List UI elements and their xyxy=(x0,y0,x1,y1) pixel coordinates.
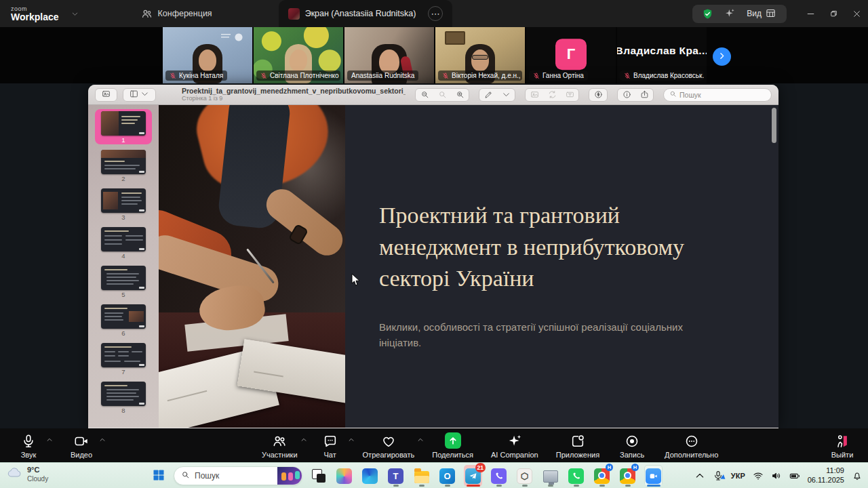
taskbar-icon-copilot[interactable] xyxy=(335,465,353,487)
participants-chevron-icon[interactable] xyxy=(300,435,307,445)
microphone-in-use-icon[interactable] xyxy=(713,470,724,481)
video-chevron-icon[interactable] xyxy=(99,435,106,445)
pdf-scrollbar-thumb[interactable] xyxy=(772,108,776,143)
shared-screen-area: Proektnij_ta_grantovij_menedzhment_v_nep… xyxy=(0,83,868,428)
taskbar-weather-widget[interactable]: 9°C Cloudy xyxy=(7,465,48,484)
audio-chevron-icon[interactable] xyxy=(46,435,53,445)
zoom-reset-button[interactable] xyxy=(433,89,451,101)
taskbar-icon-explorer[interactable] xyxy=(412,465,431,487)
maximize-button[interactable] xyxy=(822,0,845,27)
zoom-in-button[interactable] xyxy=(451,89,469,101)
notification-badge: 21 xyxy=(475,463,486,472)
pdf-thumbnail-page-2[interactable]: 2 xyxy=(95,148,152,183)
cloud-icon xyxy=(7,465,23,484)
notifications-icon[interactable] xyxy=(852,470,863,481)
running-indicator xyxy=(467,485,480,487)
markup-pencil-button[interactable] xyxy=(479,89,497,101)
textbox-tool-icon[interactable] xyxy=(561,89,578,101)
tab-screen-share[interactable]: Экран (Anastasiia Rudnitska) ⋯ xyxy=(279,0,453,27)
participant-tile-6[interactable]: Владислав Кра...Владислав Красовськ... xyxy=(617,27,707,83)
taskbar-icon-viber[interactable] xyxy=(490,465,508,487)
taskbar-icon-whatsapp[interactable] xyxy=(567,465,585,487)
taskbar-search[interactable]: Пошук xyxy=(174,466,302,485)
pdf-scrollbar[interactable] xyxy=(772,108,776,406)
running-indicator xyxy=(599,485,605,487)
next-participants-button[interactable] xyxy=(713,47,731,66)
react-button[interactable]: Отреагировать xyxy=(363,432,415,459)
markup-toolbar-toggle-icon[interactable] xyxy=(589,89,607,101)
pdf-thumbnail-page-4[interactable]: 4 xyxy=(95,225,152,260)
pdf-thumbnail-page-5[interactable]: 5 xyxy=(95,264,152,299)
participant-name-label: Anastasiia Rudnitska xyxy=(347,70,418,81)
sidebar-toggle-button[interactable] xyxy=(123,88,156,102)
status-pill: Вид xyxy=(692,5,787,23)
ai-button[interactable]: AI Companion xyxy=(491,432,538,459)
taskbar-icon-telegram[interactable]: 21 xyxy=(464,465,482,487)
react-chevron-icon[interactable] xyxy=(417,435,424,445)
participant-tile-3[interactable]: Anastasiia Rudnitska xyxy=(344,27,434,83)
avatar: Г xyxy=(555,39,587,70)
info-button[interactable] xyxy=(618,89,635,101)
workspace-chevron-down-icon[interactable] xyxy=(71,10,79,18)
audio-button[interactable]: Звук xyxy=(14,432,43,459)
language-indicator[interactable]: УКР xyxy=(731,472,745,480)
taskbar-icon-chatgpt[interactable]: ⬡ xyxy=(515,465,534,487)
weather-condition: Cloudy xyxy=(27,475,48,483)
share-export-button[interactable] xyxy=(635,89,653,101)
battery-icon[interactable] xyxy=(789,470,800,481)
minimize-button[interactable] xyxy=(799,0,822,27)
search-placeholder: Пошук xyxy=(679,91,701,99)
share-button[interactable]: Поделиться xyxy=(432,432,473,459)
taskbar-icon-pc-app[interactable] xyxy=(541,465,559,487)
pdf-thumbnail-page-3[interactable]: 3 xyxy=(95,186,152,222)
react-label: Отреагировать xyxy=(363,451,415,459)
view-control[interactable]: Вид xyxy=(747,8,777,20)
tab-more-icon[interactable]: ⋯ xyxy=(428,6,443,21)
pdf-toolbar: Proektnij_ta_grantovij_menedzhment_v_nep… xyxy=(88,85,778,105)
pdf-thumbnail-page-1[interactable]: 1 xyxy=(95,109,152,144)
taskbar-icon-teams[interactable]: T xyxy=(387,465,405,487)
security-shield-icon[interactable] xyxy=(702,8,713,20)
chat-button[interactable]: Чат xyxy=(315,432,345,459)
pdf-thumbnail-page-8[interactable]: 8 xyxy=(95,380,152,415)
volume-icon[interactable] xyxy=(771,470,782,481)
tab-conference[interactable]: Конференция xyxy=(132,0,222,27)
hidden-icons-chevron[interactable] xyxy=(694,470,705,481)
gallery-view-button[interactable] xyxy=(95,88,117,102)
taskbar-icon-chrome-profile-2[interactable]: H xyxy=(618,465,637,487)
participant-tile-1[interactable]: Кукіна Наталя xyxy=(163,27,252,83)
apps-button[interactable]: Приложения xyxy=(556,432,599,459)
taskbar-icon-outlook[interactable]: O xyxy=(438,465,456,487)
participants-button[interactable]: Участники xyxy=(262,432,298,459)
record-button[interactable]: Запись xyxy=(617,432,647,459)
react-icon xyxy=(381,432,396,450)
leave-button[interactable]: Выйти xyxy=(827,432,857,459)
more-button[interactable]: Дополнительно xyxy=(665,432,718,459)
ai-sparkle-icon[interactable] xyxy=(724,8,736,20)
mouse-cursor xyxy=(351,273,360,286)
taskbar-icon-zoom[interactable] xyxy=(644,465,663,487)
rotate-tool-icon[interactable] xyxy=(543,89,561,101)
taskbar-clock[interactable]: 11:09 06.11.2025 xyxy=(808,466,844,485)
close-button[interactable] xyxy=(845,0,868,27)
participant-tile-5[interactable]: ГГанна Ортіна xyxy=(526,27,616,83)
taskbar-icon-task-view[interactable] xyxy=(309,465,328,487)
running-indicator xyxy=(647,485,660,487)
participant-tile-2[interactable]: Світлана Плотніченко xyxy=(254,27,343,83)
taskbar-app-icons: TO21⬡HH xyxy=(309,465,663,487)
zoom-out-button[interactable] xyxy=(416,89,433,101)
ai-label: AI Companion xyxy=(491,451,538,459)
pdf-thumbnail-page-7[interactable]: 7 xyxy=(95,341,152,376)
taskbar-icon-chrome-profile-1[interactable]: H xyxy=(593,465,611,487)
start-button[interactable] xyxy=(151,468,167,484)
markup-chevron-button[interactable] xyxy=(497,89,515,101)
chat-chevron-icon[interactable] xyxy=(348,435,355,445)
participant-tile-4[interactable]: Вікторія Нехай, д.е.н., про... xyxy=(435,27,525,83)
pdf-thumbnail-page-6[interactable]: 6 xyxy=(95,302,152,338)
video-icon xyxy=(74,432,89,450)
pdf-search-field[interactable]: Пошук xyxy=(663,88,772,102)
wifi-icon[interactable] xyxy=(753,470,764,481)
video-button[interactable]: Видео xyxy=(66,432,96,459)
select-tool-icon[interactable] xyxy=(526,89,543,101)
taskbar-icon-edge[interactable] xyxy=(361,465,379,487)
